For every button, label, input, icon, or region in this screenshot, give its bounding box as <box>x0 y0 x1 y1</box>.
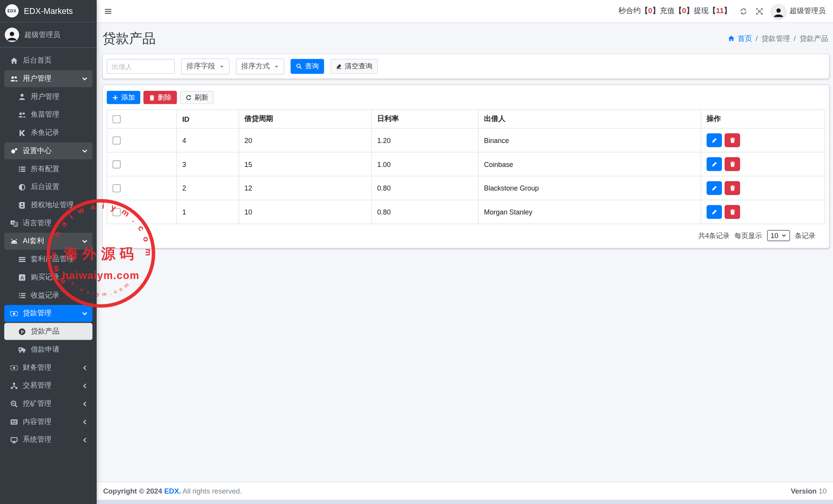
copyright: Copyright © 2024 EDX. All rights reserve… <box>103 487 242 495</box>
sidebar-item-label: 鱼苗管理 <box>31 110 60 119</box>
col-header-lender: 出借人 <box>479 110 701 128</box>
horizontal-scrollbar[interactable] <box>97 500 833 504</box>
sidebar-item[interactable]: 后台首页 <box>4 52 92 69</box>
robot-icon <box>9 237 19 245</box>
version-label: Version <box>791 487 817 495</box>
sidebar-item[interactable]: 财务管理 <box>4 359 92 376</box>
edit-row-button[interactable] <box>707 133 722 147</box>
chevron-left-icon <box>82 401 88 407</box>
sidebar-item[interactable]: 套利产品管理 <box>4 251 92 268</box>
delete-row-button[interactable] <box>725 181 740 195</box>
sidebar-item[interactable]: 内容管理 <box>4 413 92 430</box>
cell-id: 3 <box>177 152 239 176</box>
sort-order-select[interactable]: 排序方式 <box>236 58 284 74</box>
sidebar-item[interactable]: 贷款管理 <box>4 305 92 322</box>
stat-value: 11 <box>716 6 724 15</box>
edit-row-button[interactable] <box>707 205 722 219</box>
page-title: 贷款产品 <box>102 30 155 47</box>
sidebar: EDX EDX-Markets 超级管理员 后台首页用户管理用户管理鱼苗管理杀鱼… <box>0 0 97 504</box>
cell-daily-rate: 1.00 <box>371 152 478 176</box>
search-button[interactable]: 查询 <box>291 59 324 74</box>
sidebar-item-label: 贷款管理 <box>23 309 51 318</box>
per-page-value: 10 <box>771 232 778 240</box>
navbar-user[interactable]: 超级管理员 <box>771 4 826 18</box>
sidebar-item[interactable]: A购买记录 <box>4 269 92 286</box>
sidebar-item[interactable]: 挖矿管理 <box>4 395 92 412</box>
sidebar-item-label: AI套利 <box>23 237 44 246</box>
fullscreen-icon[interactable] <box>755 7 763 15</box>
cell-lender: Blackstone Group <box>479 176 701 200</box>
address-book-icon <box>17 201 27 209</box>
breadcrumb-home-link[interactable]: 首页 <box>728 34 752 43</box>
cell-daily-rate: 0.80 <box>371 200 478 224</box>
sidebar-item-label: 语言管理 <box>23 218 51 228</box>
select-all-checkbox[interactable] <box>112 115 121 123</box>
row-select-cell <box>107 128 177 152</box>
sidebar-item[interactable]: 用户管理 <box>4 88 92 105</box>
sidebar-item[interactable]: 鱼苗管理 <box>4 106 92 123</box>
content: 贷款产品 首页/贷款管理/贷款产品 排序字段 排序方式 查询 <box>97 23 833 482</box>
sidebar-item[interactable]: 后台设置 <box>4 179 92 196</box>
truck-icon <box>17 346 27 354</box>
stat-label: 提现 <box>693 6 708 15</box>
row-checkbox[interactable] <box>112 184 121 192</box>
cell-lender: Binance <box>479 128 701 152</box>
user-icon <box>17 93 27 101</box>
rights-text: All rights reserved. <box>182 487 242 495</box>
svg-text:文: 文 <box>14 222 18 226</box>
menu-toggle-icon[interactable] <box>104 7 112 15</box>
col-header-rate: 日利率 <box>371 110 478 128</box>
stat-label: 充值 <box>660 6 675 15</box>
refresh-icon[interactable] <box>739 7 747 15</box>
brand[interactable]: EDX EDX-Markets <box>0 0 97 22</box>
sort-field-label: 排序字段 <box>186 61 215 71</box>
edit-row-button[interactable] <box>707 181 722 195</box>
sidebar-item[interactable]: 系统管理 <box>4 431 92 448</box>
breadcrumb-item: 贷款产品 <box>799 34 828 43</box>
brand-logo-icon: EDX <box>5 4 19 17</box>
trash-icon <box>149 94 155 100</box>
chevron-left-icon <box>82 437 88 443</box>
table-row: 3151.00Coinbase <box>107 152 825 176</box>
edit-row-button[interactable] <box>707 157 722 171</box>
row-checkbox[interactable] <box>112 136 121 145</box>
sidebar-item[interactable]: 交易管理 <box>4 377 92 394</box>
table-body: 4201.20Binance3151.00Coinbase2120.80Blac… <box>107 128 825 224</box>
sidebar-item[interactable]: 收益记录 <box>4 287 92 304</box>
table-row: 4201.20Binance <box>107 128 825 152</box>
sidebar-item[interactable]: 用户管理 <box>4 70 92 87</box>
sidebar-item-label: 后台设置 <box>31 182 60 192</box>
sidebar-item[interactable]: 所有配置 <box>4 160 92 177</box>
sidebar-item[interactable]: 借款申请 <box>4 341 92 358</box>
cell-daily-rate: 1.20 <box>371 128 478 152</box>
newspaper-icon <box>9 418 19 426</box>
row-checkbox[interactable] <box>112 160 121 169</box>
delete-row-button[interactable] <box>725 133 740 147</box>
per-page-select[interactable]: 10 <box>767 230 790 241</box>
sidebar-user-name: 超级管理员 <box>24 30 60 40</box>
sort-field-select[interactable]: 排序字段 <box>181 58 230 74</box>
delete-button[interactable]: 删除 <box>143 91 177 104</box>
delete-row-button[interactable] <box>725 157 740 171</box>
sidebar-item[interactable]: P贷款产品 <box>4 323 92 340</box>
sidebar-item[interactable]: 杀鱼记录 <box>4 124 92 141</box>
cogs-icon <box>9 147 19 155</box>
sidebar-item[interactable]: 授权地址管理 <box>4 197 92 214</box>
add-button[interactable]: 添加 <box>107 91 140 104</box>
sidebar-item[interactable]: A文语言管理 <box>4 215 92 232</box>
chevron-down-icon <box>782 233 786 238</box>
clear-search-button[interactable]: 清空查询 <box>330 59 378 74</box>
cell-lender: Coinbase <box>479 152 701 176</box>
footer-brand-link[interactable]: EDX. <box>164 487 181 495</box>
sidebar-item-label: 收益记录 <box>31 291 60 300</box>
stat-bracket: 】 <box>724 6 731 15</box>
refresh-table-button[interactable]: 刷新 <box>180 91 214 104</box>
lender-search-input[interactable] <box>107 59 175 74</box>
sidebar-item[interactable]: 设置中心 <box>4 142 92 159</box>
sidebar-item-label: 购买记录 <box>31 272 60 282</box>
search-icon <box>296 63 302 70</box>
row-checkbox[interactable] <box>112 208 121 216</box>
navbar-avatar <box>771 4 785 18</box>
delete-row-button[interactable] <box>725 205 740 219</box>
sidebar-item[interactable]: AI套利 <box>4 233 92 250</box>
